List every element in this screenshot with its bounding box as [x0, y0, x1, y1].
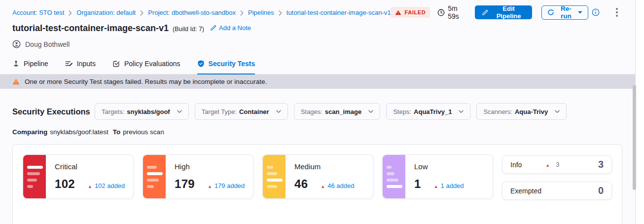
- summary-count: 0: [598, 185, 604, 196]
- tab-policy-evaluations[interactable]: Policy Evaluations: [112, 60, 180, 74]
- add-note-link[interactable]: Add a Note: [210, 24, 251, 32]
- results-summary-panel: Critical 102 102 added High 179 179 adde…: [12, 144, 622, 224]
- severity-count: 1: [414, 177, 421, 191]
- high-severity-icon: [143, 155, 166, 198]
- summary-label: Info: [510, 161, 522, 169]
- medium-severity-card[interactable]: Medium 46 46 added: [262, 154, 373, 199]
- policy-check-icon: [112, 60, 120, 68]
- vertical-scrollbar[interactable]: [633, 85, 636, 190]
- edit-pipeline-button[interactable]: Edit Pipeline: [475, 5, 532, 19]
- status-badge: FAILED: [391, 7, 430, 18]
- comparing-line: Comparingsnyklabs/goof:latestToprevious …: [12, 128, 635, 136]
- low-severity-card[interactable]: Low 1 1 added: [382, 154, 493, 199]
- low-severity-icon: [383, 155, 405, 198]
- severity-delta: 102 added: [95, 182, 125, 189]
- delta-up-icon: [88, 182, 92, 189]
- delta-up-icon: [208, 182, 212, 189]
- summary-label: Exempted: [510, 187, 541, 195]
- breadcrumb-organization[interactable]: Organization: default: [76, 9, 136, 16]
- title-row: tutorial-test-container-image-scan-v1 (B…: [0, 23, 635, 34]
- filter-label: Stages:: [301, 108, 322, 115]
- severity-label: Medium: [294, 162, 373, 171]
- avatar-person-icon: [12, 40, 21, 48]
- chevron-right-icon: [140, 10, 143, 15]
- chevron-down-icon: [368, 110, 373, 113]
- scanners-filter-dropdown[interactable]: Scanners:Aqua-Trivy: [476, 103, 567, 120]
- tab-inputs[interactable]: Inputs: [65, 60, 96, 74]
- breadcrumb-current-pipeline[interactable]: tutorial-test-container-image-scan-v1: [286, 9, 391, 16]
- severity-delta: 1 added: [441, 182, 464, 189]
- breadcrumb-account[interactable]: Account: STO test: [12, 9, 64, 16]
- top-bar: Account: STO test Organization: default …: [0, 0, 635, 20]
- high-severity-card[interactable]: High 179 179 added: [143, 154, 253, 199]
- more-options-kebab-icon[interactable]: [614, 6, 619, 18]
- stages-filter-dropdown[interactable]: Stages:scan_image: [294, 103, 381, 120]
- chevron-right-icon: [69, 10, 72, 15]
- severity-label: High: [175, 162, 253, 171]
- critical-severity-card[interactable]: Critical 102 102 added: [23, 154, 134, 199]
- to-label: To: [113, 128, 121, 136]
- info-circle-icon[interactable]: [592, 8, 600, 16]
- target-type-filter-dropdown[interactable]: Target Type:Container: [195, 103, 288, 120]
- severity-count: 179: [175, 177, 195, 191]
- pencil-icon: [482, 9, 488, 16]
- severity-label: Critical: [55, 162, 133, 171]
- rerun-button[interactable]: Re-run: [541, 5, 588, 20]
- tab-label: Policy Evaluations: [124, 60, 180, 68]
- medium-severity-icon: [263, 155, 286, 198]
- duration-value: 5m 59s: [448, 4, 466, 20]
- chevron-down-icon: [459, 110, 464, 113]
- security-shield-icon: [197, 60, 205, 68]
- pencil-icon: [210, 25, 216, 31]
- breadcrumb-pipelines[interactable]: Pipelines: [248, 9, 274, 16]
- chevron-right-icon: [240, 10, 244, 15]
- tab-bar: Pipeline Inputs Policy Evaluations Secur…: [0, 60, 635, 75]
- warning-banner: One or more Security Test stages failed.…: [0, 75, 635, 89]
- critical-severity-icon: [23, 155, 46, 198]
- filter-bar: Targets:snyklabs/goof Target Type:Contai…: [95, 103, 567, 120]
- filter-value: scan_image: [325, 108, 361, 115]
- severity-delta: 46 added: [327, 182, 354, 189]
- breadcrumb-project[interactable]: Project: dbothwell-sto-sandbox: [148, 9, 236, 16]
- steps-filter-dropdown[interactable]: Steps:AquaTrivy_1: [386, 103, 470, 120]
- warning-triangle-icon: [12, 78, 20, 85]
- caret-down-icon: [578, 11, 582, 14]
- comparing-label: Comparing: [12, 128, 47, 136]
- filter-value: snyklabs/goof: [127, 108, 170, 115]
- warning-triangle-icon: [395, 10, 401, 15]
- tab-pipeline[interactable]: Pipeline: [12, 60, 48, 74]
- delta-up-icon: [434, 182, 438, 189]
- targets-filter-dropdown[interactable]: Targets:snyklabs/goof: [95, 103, 189, 120]
- chevron-down-icon: [276, 110, 281, 113]
- exempted-card[interactable]: Exempted 0: [502, 182, 612, 200]
- severity-count: 102: [55, 177, 75, 191]
- author-name: Doug Bothwell: [25, 40, 70, 48]
- breadcrumb: Account: STO test Organization: default …: [12, 9, 391, 16]
- delta-up-icon: [321, 182, 325, 189]
- rerun-label: Re-run: [558, 5, 574, 20]
- page: Account: STO test Organization: default …: [0, 0, 636, 224]
- filter-value: Aqua-Trivy: [515, 108, 548, 115]
- severity-count: 46: [294, 177, 308, 191]
- status-badge-label: FAILED: [404, 9, 426, 15]
- filter-label: Targets:: [102, 108, 124, 115]
- filter-value: Container: [239, 108, 269, 115]
- comparing-target: snyklabs/goof:latest: [50, 128, 108, 136]
- inputs-icon: [65, 60, 73, 68]
- chevron-down-icon: [177, 110, 182, 113]
- delta-up-icon: [545, 161, 550, 168]
- pipeline-icon: [12, 60, 20, 68]
- filter-label: Target Type:: [202, 108, 237, 115]
- author-row: Doug Bothwell: [12, 40, 635, 48]
- comparing-baseline: previous scan: [123, 128, 164, 136]
- page-title: tutorial-test-container-image-scan-v1: [12, 23, 169, 34]
- edit-pipeline-label: Edit Pipeline: [492, 5, 525, 20]
- section-heading: Security Executions: [12, 107, 95, 116]
- tab-security-tests[interactable]: Security Tests: [197, 60, 255, 74]
- summary-count: 3: [598, 159, 604, 170]
- tab-label: Inputs: [77, 60, 96, 68]
- top-bar-actions: FAILED 5m 59s Edit Pipeline Re-run: [391, 4, 619, 20]
- info-card[interactable]: Info 3 3: [502, 155, 612, 174]
- add-note-label: Add a Note: [219, 24, 251, 32]
- filter-label: Steps:: [393, 108, 411, 115]
